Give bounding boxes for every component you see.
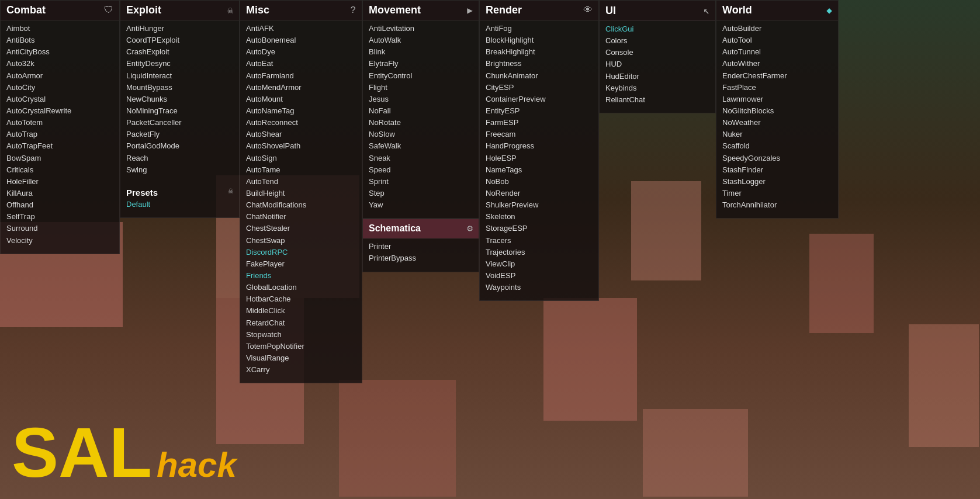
item-fastplace[interactable]: FastPlace	[722, 82, 832, 93]
item-nuker[interactable]: Nuker	[722, 129, 832, 140]
item-packetfly[interactable]: PacketFly	[126, 129, 233, 140]
item-autoarmor[interactable]: AutoArmor	[6, 70, 113, 82]
item-printer[interactable]: Printer	[369, 241, 473, 252]
item-autocity[interactable]: AutoCity	[6, 82, 113, 93]
item-automount[interactable]: AutoMount	[246, 93, 356, 105]
item-handprogress[interactable]: HandProgress	[486, 140, 593, 152]
item-cheststealer[interactable]: ChestStealer	[246, 223, 356, 234]
item-retardchat[interactable]: RetardChat	[246, 317, 356, 329]
item-hudeditor[interactable]: HudEditor	[605, 71, 709, 82]
item-relianthcat[interactable]: ReliantChat	[605, 94, 709, 106]
item-stopwatch[interactable]: Stopwatch	[246, 329, 356, 341]
item-autotrap[interactable]: AutoTrap	[6, 129, 113, 140]
item-stashlogger[interactable]: StashLogger	[722, 176, 832, 188]
item-liquidinteract[interactable]: LiquidInteract	[126, 70, 233, 82]
item-antiafk[interactable]: AntiAFK	[246, 23, 356, 34]
item-norotate[interactable]: NoRotate	[369, 117, 473, 129]
item-jesus[interactable]: Jesus	[369, 93, 473, 105]
item-crashexploit[interactable]: CrashExploit	[126, 46, 233, 58]
item-storageesp[interactable]: StorageESP	[486, 223, 593, 234]
item-brightness[interactable]: Brightness	[486, 58, 593, 70]
item-portalgodmode[interactable]: PortalGodMode	[126, 140, 233, 152]
item-nametags[interactable]: NameTags	[486, 164, 593, 176]
item-packetcanceller[interactable]: PacketCanceller	[126, 117, 233, 129]
item-newchunks[interactable]: NewChunks	[126, 93, 233, 105]
item-printerbypass[interactable]: PrinterBypass	[369, 252, 473, 264]
item-farmesp[interactable]: FarmESP	[486, 117, 593, 129]
item-autoreconnect[interactable]: AutoReconnect	[246, 117, 356, 129]
item-xcarry[interactable]: XCarry	[246, 364, 356, 376]
item-entitycontrol[interactable]: EntityControl	[369, 70, 473, 82]
item-scaffold[interactable]: Scaffold	[722, 140, 832, 152]
item-autonametag[interactable]: AutoNameTag	[246, 105, 356, 117]
item-reach[interactable]: Reach	[126, 153, 233, 164]
item-autodye[interactable]: AutoDye	[246, 46, 356, 58]
item-blink[interactable]: Blink	[369, 46, 473, 58]
item-enderchestfarmer[interactable]: EnderChestFarmer	[722, 70, 832, 82]
item-bowspam[interactable]: BowSpam	[6, 153, 113, 164]
item-holeesp[interactable]: HoleESP	[486, 153, 593, 164]
item-globallocation[interactable]: GlobalLocation	[246, 282, 356, 293]
item-autoshear[interactable]: AutoShear	[246, 129, 356, 140]
item-yaw[interactable]: Yaw	[369, 199, 473, 211]
item-nominingtrace[interactable]: NoMiningTrace	[126, 105, 233, 117]
item-entityesp[interactable]: EntityESP	[486, 105, 593, 117]
item-surround[interactable]: Surround	[6, 223, 113, 234]
item-offhand[interactable]: Offhand	[6, 199, 113, 211]
item-nobob[interactable]: NoBob	[486, 176, 593, 188]
item-step[interactable]: Step	[369, 188, 473, 199]
item-buildheight[interactable]: BuildHeight	[246, 188, 356, 199]
item-voidesp[interactable]: VoidESP	[486, 270, 593, 282]
item-cityesp[interactable]: CityESP	[486, 82, 593, 93]
item-nofall[interactable]: NoFall	[369, 105, 473, 117]
item-noglitchblocks[interactable]: NoGlitchBlocks	[722, 105, 832, 117]
item-autosign[interactable]: AutoSign	[246, 153, 356, 164]
item-autowalk[interactable]: AutoWalk	[369, 34, 473, 46]
item-hud[interactable]: HUD	[605, 58, 709, 70]
item-autoeat[interactable]: AutoEat	[246, 58, 356, 70]
item-swing[interactable]: Swing	[126, 164, 233, 176]
item-aimbot[interactable]: Aimbot	[6, 23, 113, 34]
item-noweather[interactable]: NoWeather	[722, 117, 832, 129]
item-selftrap[interactable]: SelfTrap	[6, 211, 113, 223]
item-visualrange[interactable]: VisualRange	[246, 352, 356, 364]
item-viewclip[interactable]: ViewClip	[486, 258, 593, 270]
item-elytrafly[interactable]: ElytraFly	[369, 58, 473, 70]
item-antilevitation[interactable]: AntiLevitation	[369, 23, 473, 34]
item-chunkanimator[interactable]: ChunkAnimator	[486, 70, 593, 82]
item-totempopnotifier[interactable]: TotemPopNotifier	[246, 341, 356, 352]
item-lawnmower[interactable]: Lawnmower	[722, 93, 832, 105]
item-autotend[interactable]: AutoTend	[246, 176, 356, 188]
item-autotrapfeet[interactable]: AutoTrapFeet	[6, 140, 113, 152]
item-colors[interactable]: Colors	[605, 35, 709, 47]
item-waypoints[interactable]: Waypoints	[486, 282, 593, 293]
item-criticals[interactable]: Criticals	[6, 164, 113, 176]
item-antihunger[interactable]: AntiHunger	[126, 23, 233, 34]
item-killaura[interactable]: KillAura	[6, 188, 113, 199]
item-autotunnel[interactable]: AutoTunnel	[722, 46, 832, 58]
item-discordrpc[interactable]: DiscordRPC	[246, 247, 356, 258]
item-autofarmland[interactable]: AutoFarmland	[246, 70, 356, 82]
item-torchannihilator[interactable]: TorchAnnihilator	[722, 199, 832, 211]
item-coordtpexploit[interactable]: CoordTPExploit	[126, 34, 233, 46]
item-autotame[interactable]: AutoTame	[246, 164, 356, 176]
item-norender[interactable]: NoRender	[486, 188, 593, 199]
item-chestswap[interactable]: ChestSwap	[246, 235, 356, 247]
item-autototem[interactable]: AutoTotem	[6, 117, 113, 129]
item-autobonemeal[interactable]: AutoBonemeal	[246, 34, 356, 46]
item-noslow[interactable]: NoSlow	[369, 129, 473, 140]
item-breakhighlight[interactable]: BreakHighlight	[486, 46, 593, 58]
item-autoshovelpath[interactable]: AutoShovelPath	[246, 140, 356, 152]
item-holefiller[interactable]: HoleFiller	[6, 176, 113, 188]
item-chatnotifier[interactable]: ChatNotifier	[246, 211, 356, 223]
item-velocity[interactable]: Velocity	[6, 235, 113, 247]
item-speed[interactable]: Speed	[369, 164, 473, 176]
item-anticityboss[interactable]: AntiCityBoss	[6, 46, 113, 58]
item-shulkerpreview[interactable]: ShulkerPreview	[486, 199, 593, 211]
item-blockhighlight[interactable]: BlockHighlight	[486, 34, 593, 46]
item-speedygonzales[interactable]: SpeedyGonzales	[722, 153, 832, 164]
item-tracers[interactable]: Tracers	[486, 235, 593, 247]
item-auto32k[interactable]: Auto32k	[6, 58, 113, 70]
item-middleclick[interactable]: MiddleClick	[246, 305, 356, 317]
item-friends[interactable]: Friends	[246, 270, 356, 282]
